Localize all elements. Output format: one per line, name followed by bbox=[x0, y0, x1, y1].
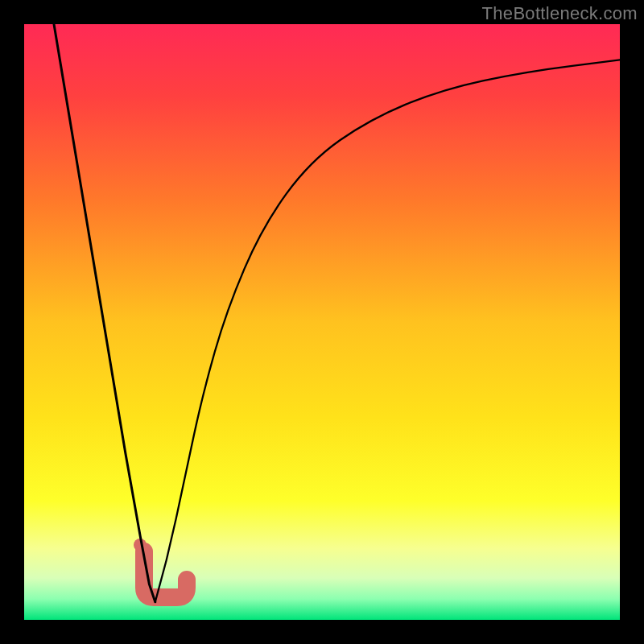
bottleneck-plot bbox=[24, 24, 620, 620]
plot-background bbox=[24, 24, 620, 620]
watermark-text: TheBottleneck.com bbox=[482, 3, 638, 24]
figure-container: { "watermark": "TheBottleneck.com", "plo… bbox=[0, 0, 644, 644]
